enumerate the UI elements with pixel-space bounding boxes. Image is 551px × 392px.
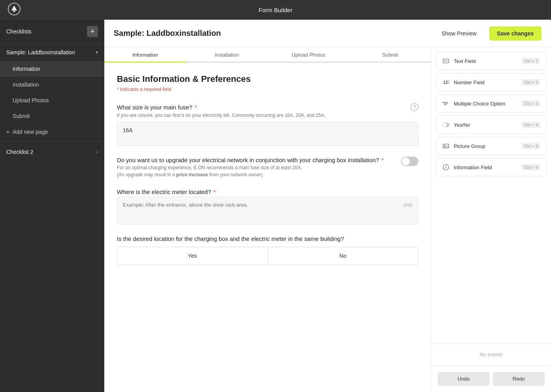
add-checklist-button[interactable]: + [87, 26, 98, 37]
svg-text:123: 123 [443, 80, 449, 85]
tab-installation[interactable]: Installation [186, 47, 268, 63]
question-same-building: Is the desired location for the charging… [117, 235, 418, 265]
q2-toggle[interactable] [401, 157, 418, 166]
tool-information-field[interactable]: Information Field Ctrl + 6 [436, 158, 546, 176]
q1-label-text: What size is your main fuse? * [117, 104, 197, 111]
tool-text-field[interactable]: Text Field Ctrl + 1 [436, 52, 546, 70]
undo-button[interactable]: Undo [438, 372, 490, 386]
nav-subitems: Information Installation Upload Photos S… [0, 61, 104, 140]
yes-no-icon [442, 121, 450, 129]
tool-picture-group[interactable]: Picture Group Ctrl + 5 [436, 137, 546, 155]
text-field-shortcut: Ctrl + 1 [521, 58, 540, 64]
number-field-label: Number Field [454, 80, 484, 85]
add-new-page-button[interactable]: + Add new page [0, 124, 104, 140]
yes-no-shortcut: Ctrl + 4 [521, 122, 540, 128]
picture-group-shortcut: Ctrl + 5 [521, 143, 540, 149]
text-field-icon [442, 57, 450, 65]
yes-no-label: Yes/No [454, 122, 470, 128]
content-area: Sample: Laddboxinstallation Show Preview… [104, 20, 551, 392]
no-events-label: No events [480, 351, 503, 357]
form-area: Information Installation Upload Photos S… [104, 47, 551, 392]
sidebar-item-sample[interactable]: Sample: Laddboxinstallation ▾ [0, 44, 104, 61]
picture-group-label: Picture Group [454, 143, 485, 149]
svg-point-13 [444, 145, 446, 146]
progress-tabs: Information Installation Upload Photos S… [104, 47, 431, 63]
tool-multiple-choice-left: Multiple Choice Option [442, 100, 505, 107]
sidebar-item-installation[interactable]: Installation [0, 77, 104, 92]
q1-text-input: 16A [117, 122, 418, 146]
tool-text-field-left: Text Field [442, 57, 476, 65]
sidebar-item-submit[interactable]: Submit [0, 108, 104, 124]
q3-label-text: Where is the electric meter located? [117, 189, 211, 195]
sidebar-divider [0, 141, 104, 142]
no-events-section: No events [431, 344, 551, 365]
multiple-choice-icon [442, 100, 450, 107]
tool-yes-no-left: Yes/No [442, 121, 470, 129]
svg-marker-1 [11, 6, 17, 10]
multiple-choice-label: Multiple Choice Option [454, 101, 505, 107]
top-bar: Form Builder [0, 0, 551, 20]
plus-icon: + [6, 129, 9, 135]
svg-point-16 [446, 166, 446, 166]
redo-button[interactable]: Redo [493, 372, 545, 386]
tab-upload-photos[interactable]: Upload Photos [268, 47, 349, 63]
app-logo [8, 3, 22, 17]
information-field-icon [442, 163, 450, 171]
field-tools: Text Field Ctrl + 1 123 Number F [431, 47, 551, 343]
q3-label: Where is the electric meter located? * [117, 189, 418, 195]
header-actions: Show Preview Save changes [434, 26, 542, 41]
q3-textarea-wrapper: 0/50 [117, 197, 418, 224]
svg-point-11 [443, 123, 447, 127]
show-preview-button[interactable]: Show Preview [434, 26, 484, 41]
q3-textarea[interactable] [123, 202, 400, 214]
tool-multiple-choice[interactable]: Multiple Choice Option Ctrl + 3 [436, 94, 546, 113]
section-title: Basic Information & Preferences [117, 74, 418, 84]
save-changes-button[interactable]: Save changes [489, 26, 542, 41]
multiple-choice-shortcut: Ctrl + 3 [521, 100, 540, 107]
information-field-label: Information Field [454, 165, 492, 170]
sample-title: Sample: Laddboxinstallation [6, 49, 75, 55]
chevron-right-icon: › [96, 149, 98, 155]
q1-value: 16A [123, 127, 133, 133]
sidebar-item-upload-photos[interactable]: Upload Photos [0, 92, 104, 108]
q2-required-star: * [381, 157, 384, 163]
checklist2-title: Checklist 2 [6, 149, 33, 155]
q3-required-star: * [213, 189, 216, 195]
text-field-label: Text Field [454, 58, 476, 64]
app-title: Form Builder [259, 7, 292, 13]
chevron-down-icon: ▾ [96, 50, 98, 55]
required-note: * indicates a required field [117, 87, 418, 92]
question-meter-location: Where is the electric meter located? * 0… [117, 189, 418, 224]
sidebar-item-checklist2[interactable]: Checklist 2 › [0, 143, 104, 161]
q1-label: What size is your main fuse? [117, 104, 192, 111]
q2-toggle-slider [401, 157, 418, 166]
q1-help-icon[interactable]: ? [410, 103, 418, 111]
question-upgrade-network: Do you want us to upgrade your electrica… [117, 157, 418, 178]
q1-label-row: What size is your main fuse? * ? [117, 103, 418, 111]
tool-number-field[interactable]: 123 Number Field Ctrl + 2 [436, 73, 546, 91]
q1-required-star: * [195, 104, 197, 111]
main-layout: Checklists + Sample: Laddboxinstallation… [0, 20, 551, 392]
add-page-label: Add new page [13, 129, 48, 135]
undo-redo-section: Undo Redo [431, 365, 551, 392]
tab-information[interactable]: Information [104, 47, 186, 63]
tool-yes-no[interactable]: Yes/No Ctrl + 4 [436, 116, 546, 134]
no-button[interactable]: No [268, 247, 419, 265]
svg-point-9 [443, 102, 444, 103]
q3-textarea-row: 0/50 [123, 202, 412, 214]
picture-group-icon [442, 142, 450, 150]
question-main-fuse: What size is your main fuse? * ? If you … [117, 103, 418, 146]
q2-row: Do you want us to upgrade your electrica… [117, 157, 418, 178]
form-main: Information Installation Upload Photos S… [104, 47, 431, 392]
yes-no-buttons: Yes No [117, 247, 418, 265]
svg-point-2 [13, 10, 15, 12]
sidebar-item-information[interactable]: Information [0, 61, 104, 77]
tool-information-field-left: Information Field [442, 163, 492, 171]
q2-hint-line2: (An upgrade may result in a price increa… [117, 172, 395, 178]
tab-submit[interactable]: Submit [349, 47, 431, 63]
tool-picture-group-left: Picture Group [442, 142, 485, 150]
q4-label: Is the desired location for the charging… [117, 235, 418, 242]
page-title: Sample: Laddboxinstallation [114, 29, 221, 38]
sidebar-checklists-header: Checklists + [0, 20, 104, 44]
yes-button[interactable]: Yes [117, 247, 268, 265]
